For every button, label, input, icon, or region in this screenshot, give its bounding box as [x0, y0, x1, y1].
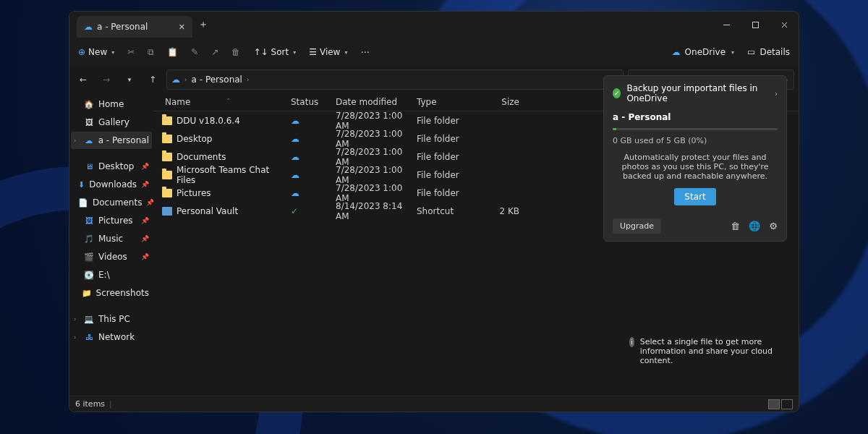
col-type[interactable]: Type [417, 97, 483, 107]
rename-button[interactable]: ✎ [191, 47, 198, 57]
sidebar-item-videos[interactable]: 🎬Videos📌 [71, 248, 152, 265]
status-icon: ☁ [291, 152, 336, 162]
folder-icon [162, 189, 172, 197]
onedrive-icon: ☁ [84, 22, 93, 32]
delete-button[interactable]: 🗑 [231, 47, 240, 57]
new-tab-button[interactable]: ＋ [198, 18, 208, 31]
cut-button[interactable]: ✂ [127, 47, 135, 57]
flyout-description: Automatically protect your files and pho… [613, 151, 778, 182]
new-button[interactable]: ⊕New▾ [78, 47, 114, 57]
settings-icon[interactable]: ⚙ [769, 221, 778, 231]
toolbar: ⊕New▾ ✂ ⧉ 📋 ✎ ↗ 🗑 ↑↓ Sort▾ ☰ View▾ ⋯ ☁On… [69, 38, 799, 67]
sidebar-item-thispc[interactable]: ›💻This PC [71, 310, 152, 328]
sidebar-item-screenshots[interactable]: 📁Screenshots [71, 284, 152, 302]
flyout-header: ✓ Backup your important files in OneDriv… [613, 83, 778, 103]
storage-usage: 0 GB used of 5 GB (0%) [613, 136, 778, 145]
sidebar: 🏠Home 🖼Gallery ›☁a - Personal 🖥Desktop📌 … [69, 93, 153, 396]
status-icon: ☁ [291, 188, 336, 198]
view-tiles-toggle[interactable] [781, 399, 793, 409]
sidebar-item-gallery[interactable]: 🖼Gallery [71, 114, 152, 131]
folder-icon [162, 171, 172, 179]
start-button[interactable]: Start [674, 188, 715, 205]
status-bar: 6 items | [69, 396, 799, 412]
col-date[interactable]: Date modified [336, 97, 417, 107]
details-button[interactable]: ▭Details [747, 47, 790, 57]
window-tab[interactable]: ☁ a - Personal ✕ [77, 16, 192, 38]
check-icon: ✓ [613, 88, 621, 98]
crumb-root[interactable]: a - Personal [192, 75, 242, 85]
storage-bar [613, 128, 778, 130]
details-hint: i Select a single file to get more infor… [629, 337, 781, 365]
onedrive-icon: ☁ [171, 75, 180, 85]
onedrive-button[interactable]: ☁OneDrive▾ [672, 47, 734, 57]
view-button[interactable]: ☰ View▾ [309, 47, 347, 57]
share-button[interactable]: ↗ [211, 47, 218, 57]
sidebar-item-home[interactable]: 🏠Home [71, 95, 152, 113]
onedrive-flyout: ✓ Backup your important files in OneDriv… [603, 75, 787, 242]
up-button[interactable]: ↑ [143, 69, 162, 90]
folder-icon [162, 135, 172, 143]
explorer-window: ☁ a - Personal ✕ ＋ ⊕New▾ ✂ ⧉ 📋 ✎ ↗ 🗑 ↑↓ … [69, 11, 799, 412]
close-button[interactable] [770, 12, 799, 38]
col-name[interactable]: Name˄ [153, 97, 291, 107]
sidebar-item-documents[interactable]: 📄Documents📌 [71, 194, 152, 211]
titlebar: ☁ a - Personal ✕ ＋ [69, 12, 799, 38]
folder-icon [162, 153, 172, 161]
sort-button[interactable]: ↑↓ Sort▾ [253, 47, 296, 57]
info-icon: i [629, 337, 634, 347]
tab-close-icon[interactable]: ✕ [179, 22, 185, 32]
vault-icon [162, 207, 172, 216]
forward-button[interactable]: → [97, 69, 116, 90]
flyout-title: a - Personal [613, 109, 778, 122]
sidebar-item-desktop[interactable]: 🖥Desktop📌 [71, 158, 152, 175]
web-icon[interactable]: 🌐 [749, 221, 760, 231]
col-status[interactable]: Status [291, 97, 336, 107]
status-icon: ☁ [291, 170, 336, 180]
view-details-toggle[interactable] [768, 399, 780, 409]
sidebar-item-apersonal[interactable]: ›☁a - Personal [71, 132, 152, 149]
svg-rect-1 [752, 22, 758, 27]
back-button[interactable]: ← [74, 69, 93, 90]
minimize-button[interactable] [712, 12, 741, 38]
upgrade-button[interactable]: Upgrade [613, 218, 661, 234]
sidebar-item-drive[interactable]: 💽E:\ [71, 266, 152, 284]
maximize-button[interactable] [741, 12, 770, 38]
paste-button[interactable]: 📋 [167, 47, 178, 57]
status-icon: ✓ [291, 206, 336, 216]
folder-icon [162, 116, 172, 125]
status-icon: ☁ [291, 116, 336, 126]
chevron-right-icon[interactable]: › [775, 90, 778, 98]
tab-title: a - Personal [97, 22, 148, 32]
breadcrumb[interactable]: ☁ › a - Personal › [166, 69, 624, 90]
sidebar-item-pictures[interactable]: 🖼Pictures📌 [71, 212, 152, 229]
recent-button[interactable]: ▾ [120, 69, 139, 90]
status-icon: ☁ [291, 134, 336, 144]
sidebar-item-music[interactable]: 🎵Music📌 [71, 230, 152, 247]
more-button[interactable]: ⋯ [360, 47, 369, 57]
copy-button[interactable]: ⧉ [148, 47, 154, 57]
sidebar-item-downloads[interactable]: ⬇Downloads📌 [71, 176, 152, 193]
recycle-bin-icon[interactable]: 🗑 [731, 221, 740, 231]
col-size[interactable]: Size [483, 97, 525, 107]
sidebar-item-network[interactable]: ›🖧Network [71, 328, 152, 346]
item-count: 6 items [75, 399, 105, 409]
